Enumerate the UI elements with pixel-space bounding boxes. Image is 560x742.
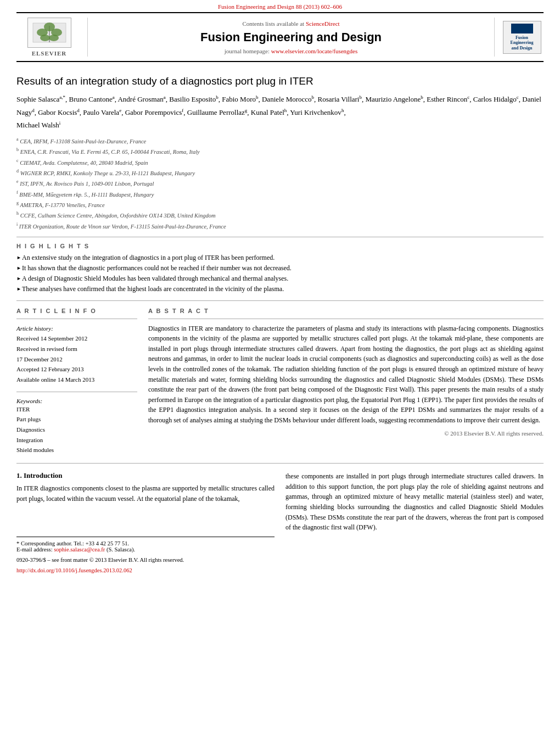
affiliation-e: e IST, IPFN, Av. Rovisco Pais 1, 1049-00… <box>16 178 544 188</box>
section1-heading: 1. Introduction <box>16 471 275 480</box>
body-col-right: these components are installed in port p… <box>285 471 544 573</box>
article-title: Results of an integration study of a dia… <box>16 75 544 87</box>
abstract-header: A B S T R A C T <box>148 308 544 314</box>
affiliation-a: a CEA, IRFM, F-13108 Saint-Paul-lez-Dura… <box>16 136 544 146</box>
sciencedirect-link[interactable]: ScienceDirect <box>306 20 340 27</box>
keyword-iter: ITER <box>16 404 137 415</box>
article-info-header: A R T I C L E I N F O <box>16 308 137 314</box>
email-line: E-mail address: sophie.salasca@cea.fr (S… <box>16 546 275 553</box>
keywords-section: Keywords: ITER Part plugs Diagnostics In… <box>16 398 137 455</box>
keyword-diagnostics: Diagnostics <box>16 425 137 435</box>
journal-citation-link[interactable]: Fusion Engineering and Design 88 (2013) … <box>218 3 342 10</box>
keyword-shield-modules: Shield modules <box>16 445 137 455</box>
journal-title: Fusion Engineering and Design <box>200 30 382 44</box>
journal-title-section: Contents lists available at ScienceDirec… <box>88 18 494 57</box>
received-revised-label: Received in revised form <box>16 344 137 354</box>
body-section: 1. Introduction In ITER diagnostics comp… <box>16 471 544 573</box>
journal-logo-small: Fusion Engineeringand Design <box>503 21 541 54</box>
footnote-area: * Corresponding author. Tel.: +33 4 42 2… <box>16 537 275 553</box>
article-info-divider <box>16 319 137 319</box>
abstract-divider <box>148 319 544 319</box>
received-date: Received 14 September 2012 <box>16 333 137 344</box>
highlight-item-2: It has shown that the diagnostic perform… <box>16 263 544 274</box>
highlights-section: H I G H L I G H T S An extensive study o… <box>16 243 544 295</box>
doi-link[interactable]: http://dx.doi.org/10.1016/j.fusengdes.20… <box>16 567 132 573</box>
affiliations-block: a CEA, IRFM, F-13108 Saint-Paul-lez-Dura… <box>16 136 544 231</box>
copyright-line: © 2013 Elsevier B.V. All rights reserved… <box>148 430 544 437</box>
elsevier-logo: ELSEVIER <box>27 18 71 57</box>
elsevier-tree-svg <box>30 20 69 45</box>
body-col-left: 1. Introduction In ITER diagnostics comp… <box>16 471 275 573</box>
keyword-part-plugs: Part plugs <box>16 414 137 425</box>
abstract-column: A B S T R A C T Diagnostics in ITER are … <box>148 308 544 456</box>
highlights-divider-bottom <box>16 300 544 301</box>
highlight-item-1: An extensive study on the integration of… <box>16 253 544 263</box>
section1-col-right-text: these components are installed in port p… <box>285 471 544 533</box>
bottom-issn-line: 0920-3796/$ – see front matter © 2013 El… <box>16 557 275 563</box>
corresponding-author: * Corresponding author. Tel.: +33 4 42 2… <box>16 540 275 546</box>
accepted-date: Accepted 12 February 2013 <box>16 364 137 375</box>
abstract-text: Diagnostics in ITER are mandatory to cha… <box>148 323 544 426</box>
highlights-divider-top <box>16 237 544 237</box>
keywords-divider <box>16 392 137 392</box>
highlights-header: H I G H L I G H T S <box>16 243 544 249</box>
elsevier-brand-text: ELSEVIER <box>32 50 67 57</box>
keywords-label: Keywords: <box>16 398 137 404</box>
svg-point-6 <box>49 35 59 41</box>
elsevier-logo-section: ELSEVIER <box>16 18 88 57</box>
journal-homepage-link[interactable]: www.elsevier.com/locate/fusengdes <box>271 48 358 54</box>
highlight-item-3: A design of Diagnostic Shield Modules ha… <box>16 274 544 284</box>
journal-logo-section: Fusion Engineeringand Design <box>494 18 544 57</box>
affiliation-d: d WIGNER RCP, RMKI, Konkoly Thege u. 29-… <box>16 168 544 178</box>
affiliation-f: f BME-MM, Műegyetem rkp. 5., H-1111 Buda… <box>16 189 544 199</box>
affiliation-h: h CCFE, Culham Science Centre, Abingdon,… <box>16 210 544 220</box>
article-content: Results of an integration study of a dia… <box>16 62 544 579</box>
doi-line: http://dx.doi.org/10.1016/j.fusengdes.20… <box>16 567 275 573</box>
sciencedirect-text: Contents lists available at ScienceDirec… <box>242 20 339 27</box>
available-date: Available online 14 March 2013 <box>16 375 137 385</box>
journal-logo-title: Fusion Engineeringand Design <box>506 35 539 51</box>
top-journal-bar: Fusion Engineering and Design 88 (2013) … <box>0 0 560 12</box>
article-history-label: Article history: <box>16 323 137 334</box>
keyword-integration: Integration <box>16 435 137 445</box>
email-link[interactable]: sophie.salasca@cea.fr <box>54 546 105 553</box>
journal-header: ELSEVIER Contents lists available at Sci… <box>16 12 544 62</box>
elsevier-logo-image <box>27 18 71 48</box>
journal-homepage: journal homepage: www.elsevier.com/locat… <box>225 48 357 54</box>
affiliation-c: c CIEMAT, Avda. Complutense, 40, 28040 M… <box>16 158 544 168</box>
article-info-content: Article history: Received 14 September 2… <box>16 323 137 385</box>
article-info-column: A R T I C L E I N F O Article history: R… <box>16 308 137 456</box>
affiliation-g: g AMETRA, F-13770 Venelles, France <box>16 200 544 210</box>
svg-point-5 <box>40 35 50 41</box>
highlight-item-4: These analyses have confirmed that the h… <box>16 284 544 294</box>
body-divider <box>16 463 544 464</box>
section1-col-left-text: In ITER diagnostics components closest t… <box>16 483 275 504</box>
affiliation-i: i ITER Organization, Route de Vinon sur … <box>16 221 544 231</box>
authors-line: Sophie Salascaa,*, Bruno Cantonea, André… <box>16 93 544 132</box>
affiliation-b: b ENEA, C.R. Frascati, Via E. Fermi 45, … <box>16 147 544 157</box>
page-wrapper: Fusion Engineering and Design 88 (2013) … <box>0 0 560 579</box>
info-abstract-section: A R T I C L E I N F O Article history: R… <box>16 308 544 456</box>
revised-date: 17 December 2012 <box>16 354 137 365</box>
